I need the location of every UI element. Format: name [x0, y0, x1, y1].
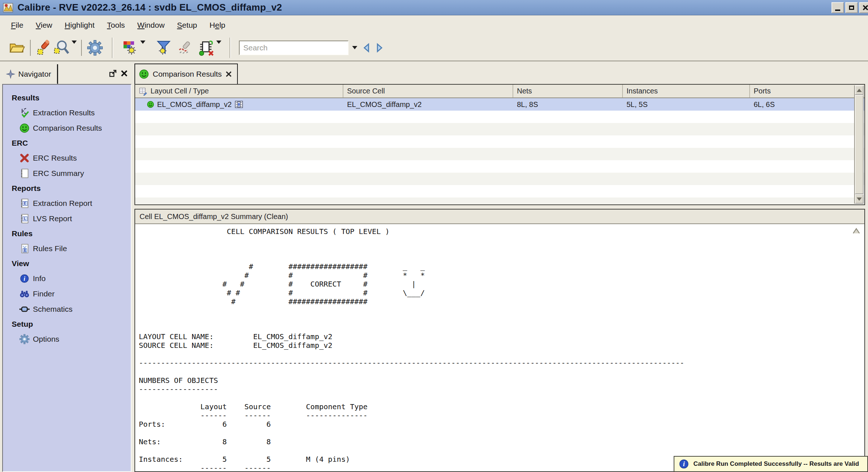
- titlebar: Calibre - RVE v2022.3_26.14 : svdb EL_CM…: [0, 0, 868, 15]
- nav-item-comparison-results[interactable]: ERC Comparison Results: [3, 120, 131, 136]
- nav-item-schematics[interactable]: Schematics: [3, 302, 131, 317]
- close-tab-icon[interactable]: [225, 71, 232, 77]
- scroll-up-hint-icon[interactable]: [852, 227, 861, 234]
- navigator-tabrow: Navigator: [2, 63, 132, 84]
- scroll-down-button[interactable]: [855, 194, 864, 204]
- close-button[interactable]: [859, 2, 868, 13]
- search-box: [239, 41, 384, 55]
- column-header-instances[interactable]: Instances: [623, 85, 750, 97]
- source-cell-name: EL_CMOS_diffamp_v2: [347, 100, 422, 109]
- search-dropdown-icon[interactable]: [352, 46, 357, 49]
- document-icon: [19, 168, 30, 179]
- cell-nets[interactable]: 8L, 8S: [513, 98, 623, 111]
- green-circle-icon: [147, 101, 154, 108]
- search-prev-icon[interactable]: [362, 43, 370, 53]
- smiley-icon: [139, 69, 149, 79]
- cell-ports[interactable]: 6L, 6S: [750, 98, 864, 111]
- nav-item-rules-file[interactable]: R Rules File: [3, 241, 131, 256]
- schematic-icon: [19, 304, 30, 315]
- menu-help[interactable]: Help: [206, 19, 229, 31]
- search-next-icon[interactable]: [376, 43, 384, 53]
- scrollbar-thumb[interactable]: [855, 95, 864, 194]
- summary-body[interactable]: CELL COMPARISON RESULTS ( TOP LEVEL ) # …: [135, 225, 864, 471]
- extraction-results-icon: [19, 107, 30, 118]
- toolbar-groove: [229, 38, 231, 58]
- tab-comparison-results[interactable]: Comparison Results: [134, 64, 238, 84]
- menu-highlight[interactable]: Highlight: [61, 19, 98, 31]
- nav-section-reports: Reports: [3, 181, 131, 196]
- clear-highlight-icon: [177, 40, 193, 56]
- svg-text:i: i: [683, 460, 685, 468]
- nav-item-erc-summary[interactable]: ERC Summary: [3, 166, 131, 181]
- table-edit-icon: [139, 87, 148, 96]
- menu-window[interactable]: Window: [134, 19, 168, 31]
- column-header-layout-cell[interactable]: Layout Cell / Type: [135, 85, 343, 97]
- zoom-highlight-icon: [53, 40, 70, 56]
- nav-item-erc-results[interactable]: ERC Results: [3, 150, 131, 166]
- close-panel-icon[interactable]: [121, 70, 128, 77]
- document-e-icon: E: [19, 198, 30, 209]
- zoom-to-highlight-button[interactable]: [53, 39, 70, 57]
- nav-item-extraction-results[interactable]: Extraction Results: [3, 105, 131, 120]
- toolbar-separator: [30, 40, 31, 56]
- menu-view[interactable]: View: [32, 19, 56, 31]
- column-label: Nets: [517, 87, 532, 95]
- menu-file[interactable]: File: [7, 19, 27, 31]
- table-vertical-scrollbar[interactable]: [854, 85, 864, 204]
- cell-layout-cell[interactable]: EL_CMOS_diffamp_v2: [135, 98, 343, 111]
- layout-cell-name: EL_CMOS_diffamp_v2: [157, 100, 232, 109]
- scroll-up-button[interactable]: [855, 85, 864, 95]
- nav-item-label: LVS Report: [33, 214, 72, 223]
- schematic-view-options-button[interactable]: [197, 39, 215, 57]
- search-input[interactable]: [239, 41, 349, 55]
- float-panel-icon[interactable]: [109, 69, 117, 77]
- instances-value: 5L, 5S: [627, 100, 648, 109]
- table-row-selected[interactable]: EL_CMOS_diffamp_v2 EL_CMOS_diffamp_v2 8L…: [135, 98, 864, 111]
- column-label: Layout Cell / Type: [151, 87, 209, 95]
- highlight-colors-button[interactable]: [121, 39, 139, 57]
- nav-item-lvs-report[interactable]: L LVS Report: [3, 211, 131, 226]
- menubar: File View Highlight Tools Window Setup H…: [0, 16, 868, 35]
- schematic-options-dropdown-icon[interactable]: [216, 41, 221, 44]
- main-area: Comparison Results Layout Cell / Type So…: [134, 63, 865, 472]
- highlight-button[interactable]: [35, 39, 53, 57]
- nav-item-extraction-report[interactable]: E Extraction Report: [3, 196, 131, 211]
- nav-section-view: View: [3, 256, 131, 271]
- ports-value: 6L, 6S: [754, 100, 775, 109]
- status-notification[interactable]: i Calibre Run Completed Successfully -- …: [674, 456, 868, 472]
- nav-item-label: Extraction Report: [33, 199, 92, 208]
- nav-item-label: Finder: [33, 289, 55, 298]
- cell-chip-icon: [235, 100, 243, 108]
- navigator-body: Results Extraction Results ERC Compariso…: [2, 84, 132, 472]
- nav-item-label: Extraction Results: [33, 108, 95, 117]
- cell-instances[interactable]: 5L, 5S: [623, 98, 750, 111]
- minimize-button[interactable]: [831, 2, 844, 13]
- nav-item-label: Info: [33, 274, 46, 283]
- maximize-button[interactable]: [845, 2, 858, 13]
- setup-options-button[interactable]: [86, 39, 104, 57]
- calibre-app-icon: [3, 2, 14, 13]
- menu-tools[interactable]: Tools: [103, 19, 129, 31]
- svg-text:E: E: [24, 201, 26, 206]
- column-header-nets[interactable]: Nets: [513, 85, 623, 97]
- open-results-button[interactable]: [8, 39, 26, 57]
- clear-highlights-button[interactable]: [176, 39, 194, 57]
- nav-item-options[interactable]: Options: [3, 331, 131, 347]
- column-header-ports[interactable]: Ports: [750, 85, 864, 97]
- column-label: Source Cell: [347, 87, 385, 95]
- column-header-source-cell[interactable]: Source Cell: [343, 85, 513, 97]
- results-table-header: Layout Cell / Type Source Cell Nets Inst…: [135, 85, 864, 98]
- zoom-options-dropdown-icon[interactable]: [72, 41, 77, 44]
- nav-section-setup: Setup: [3, 317, 131, 331]
- filter-results-button[interactable]: [155, 39, 172, 57]
- highlighter-icon: [36, 40, 52, 56]
- smiley-icon: [19, 123, 30, 134]
- cell-source-cell[interactable]: EL_CMOS_diffamp_v2: [343, 98, 513, 111]
- nav-item-finder[interactable]: Finder: [3, 286, 131, 302]
- navigator-tab[interactable]: Navigator: [2, 64, 58, 84]
- highlight-colors-dropdown-icon[interactable]: [140, 41, 145, 44]
- binoculars-icon: [19, 288, 30, 299]
- nav-item-info[interactable]: i Info: [3, 271, 131, 286]
- nav-item-label: ERC Results: [33, 154, 77, 162]
- menu-setup[interactable]: Setup: [174, 19, 201, 31]
